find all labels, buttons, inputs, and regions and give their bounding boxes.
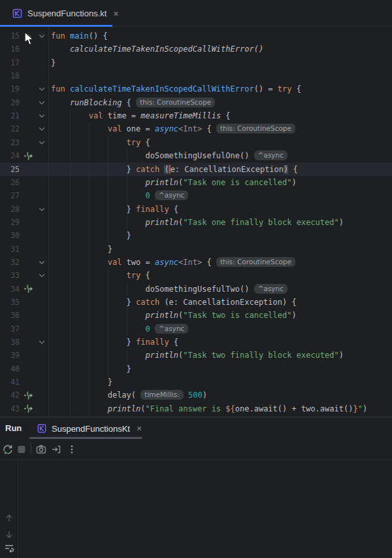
fold-chevron-down-icon[interactable] (37, 338, 46, 347)
code-line-19[interactable]: 19fun calculateTimeTakenInScopedCallWith… (0, 82, 392, 96)
toolbar-separator (31, 444, 31, 455)
inlay-hint[interactable]: timeMillis: (140, 390, 183, 400)
code-line-25[interactable]: 25} catch (e: CancellationException) { (0, 163, 392, 176)
line-number: 41 (0, 375, 20, 389)
code-text: try { (51, 269, 150, 282)
fold-chevron-down-icon[interactable] (37, 271, 46, 280)
line-number: 17 (0, 56, 20, 69)
inlay-hint[interactable]: this: CoroutineScope (136, 97, 215, 107)
code-line-43[interactable]: 43 println("Final answer is ${one.await(… (0, 402, 392, 415)
token: println (146, 311, 179, 320)
code-text: } (51, 243, 112, 256)
tab-suspendfunctions-kt[interactable]: SuspendFunctions.kt × (0, 0, 112, 27)
inlay-hint[interactable]: this: CoroutineScope (216, 124, 295, 133)
code-line-21[interactable]: 21val time = measureTimeMillis { (0, 109, 392, 122)
code-line-42[interactable]: 42 delay( timeMillis: 500) (0, 389, 392, 402)
fold-chevron-down-icon[interactable] (37, 205, 46, 214)
token: "Task one is cancelled" (183, 178, 291, 187)
token: } (108, 377, 112, 387)
code-line-32[interactable]: 32val two = async<Int> { this: Coroutine… (0, 256, 392, 269)
token: ${ (225, 404, 235, 413)
code-line-33[interactable]: 33try { (0, 269, 392, 282)
token: delay( (108, 391, 141, 400)
code-line-41[interactable]: 41} (0, 375, 392, 389)
fold-chevron-down-icon[interactable] (37, 31, 46, 41)
inlay-hint[interactable]: ^async (254, 150, 287, 160)
fold-chevron-down-icon[interactable] (37, 98, 46, 107)
editor[interactable]: 15fun main() {16calculateTimeTakenInScop… (0, 27, 392, 417)
code-line-37[interactable]: 370 ^async (0, 323, 392, 336)
soft-wrap-icon[interactable] (4, 543, 14, 553)
token: time = (103, 111, 140, 120)
run-tab-suspendfunctionskt[interactable]: SuspendFunctionsKt × (29, 418, 142, 439)
code-text: println("Task one is cancelled") (51, 176, 297, 189)
code-text: 0 ^async (51, 323, 188, 336)
code-line-30[interactable]: 30} (0, 229, 392, 242)
fold-chevron-down-icon[interactable] (37, 124, 46, 133)
token: { (140, 271, 150, 280)
token: } (127, 338, 136, 347)
code-line-36[interactable]: 36println("Task two is cancelled") (0, 309, 392, 322)
line-number: 29 (0, 216, 20, 229)
token: ( (140, 404, 145, 413)
inlay-hint[interactable]: ^async (254, 284, 287, 294)
token: measureTimeMillis (140, 111, 221, 120)
more-options-kebab-icon[interactable] (65, 443, 78, 456)
code-line-40[interactable]: 40} (0, 362, 392, 375)
code-line-28[interactable]: 28} finally { (0, 203, 392, 216)
code-line-24[interactable]: 24 doSomethingUsefulOne() ^async (0, 149, 392, 162)
code-line-16[interactable]: 16calculateTimeTakenInScopedCallWithErro… (0, 43, 392, 56)
code-line-17[interactable]: 17} (0, 56, 392, 69)
inlay-hint[interactable]: this: CoroutineScope (216, 257, 295, 267)
line-number: 22 (0, 122, 20, 135)
line-number: 27 (0, 189, 20, 202)
code-line-39[interactable]: 39println("Task two finally block execut… (0, 349, 392, 362)
code-line-35[interactable]: 35} catch (e: CancellationException) { (0, 296, 392, 309)
suspend-point-icon (24, 151, 33, 161)
rerun-icon[interactable] (1, 443, 14, 456)
code-line-31[interactable]: 31} (0, 243, 392, 256)
code-line-29[interactable]: 29println("Task one finally block execut… (0, 216, 392, 229)
code-line-27[interactable]: 270 ^async (0, 189, 392, 202)
line-number: 31 (0, 243, 20, 256)
token: "Task two finally block executed" (183, 351, 338, 360)
token: finally (136, 205, 169, 214)
token (150, 191, 155, 200)
code-line-15[interactable]: 15fun main() { (0, 29, 392, 43)
close-icon[interactable]: × (112, 9, 120, 18)
line-number: 28 (0, 203, 20, 216)
token: } (127, 165, 136, 174)
code-text: fun calculateTimeTakenInScopedCallWithEr… (51, 82, 301, 96)
token: ) (339, 218, 344, 227)
kotlin-icon (37, 424, 46, 433)
code-line-18[interactable]: 18 (0, 69, 392, 82)
fold-chevron-down-icon[interactable] (37, 84, 46, 94)
code-text: } (51, 362, 131, 375)
token: ( (164, 165, 169, 174)
code-line-26[interactable]: 26println("Task one is cancelled") (0, 176, 392, 189)
thread-dump-camera-icon[interactable] (35, 443, 48, 456)
run-gutter-icon[interactable] (24, 31, 33, 41)
code-line-23[interactable]: 23try { (0, 136, 392, 149)
code-line-20[interactable]: 20runBlocking { this: CoroutineScope (0, 96, 392, 109)
inlay-hint[interactable]: ^async (155, 190, 188, 200)
token: { (202, 258, 216, 267)
fold-chevron-down-icon[interactable] (37, 111, 46, 120)
close-icon[interactable]: × (135, 424, 143, 433)
code-line-34[interactable]: 34 doSomethingUsefulTwo() ^async (0, 283, 392, 296)
token: { (288, 165, 297, 174)
open-in-editor-icon[interactable] (50, 443, 63, 456)
token: (e: CancellationException) { (159, 298, 297, 307)
code-text: doSomethingUsefulOne() ^async (51, 149, 287, 162)
code-line-38[interactable]: 38} finally { (0, 336, 392, 349)
line-number: 25 (0, 163, 20, 176)
inlay-hint[interactable]: ^async (155, 324, 188, 334)
fold-chevron-down-icon[interactable] (37, 138, 46, 147)
code-text: try { (51, 136, 150, 149)
token: } (127, 364, 131, 374)
console-output[interactable] (19, 461, 392, 558)
token: "Task two is cancelled" (183, 311, 291, 320)
fold-chevron-down-icon[interactable] (37, 258, 46, 267)
code-line-22[interactable]: 22val one = async<Int> { this: Coroutine… (0, 122, 392, 135)
line-number: 38 (0, 336, 20, 349)
